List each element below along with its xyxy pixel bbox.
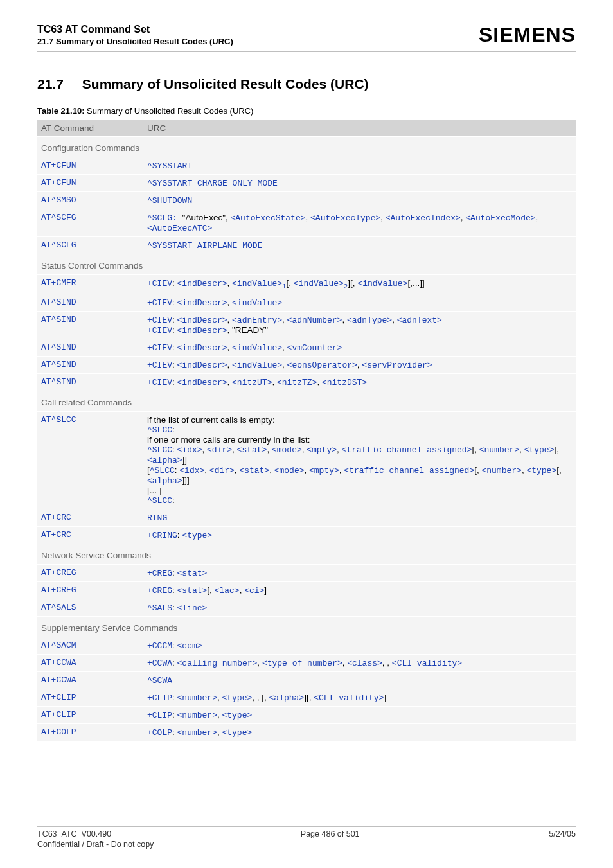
table-row: AT+CLIP+CLIP: <number>, <type> bbox=[37, 706, 576, 723]
group-row: Supplementary Service Commands bbox=[37, 616, 576, 637]
urc-cell: if the list of current calls is empty:^S… bbox=[143, 411, 576, 509]
at-command-cell: AT^SIND bbox=[37, 356, 143, 373]
brand-logo: SIEMENS bbox=[479, 23, 576, 47]
table-row: AT^SIND+CIEV: <indDescr>, <adnEntry>, <a… bbox=[37, 311, 576, 339]
table-row: AT+CCWA+CCWA: <calling number>, <type of… bbox=[37, 654, 576, 671]
urc-cell: ^SCWA bbox=[143, 671, 576, 689]
urc-cell: RING bbox=[143, 509, 576, 526]
table-row: AT+CMER+CIEV: <indDescr>, <indValue>1[, … bbox=[37, 275, 576, 294]
footer-center: Page 486 of 501 bbox=[301, 829, 360, 838]
group-row: Call related Commands bbox=[37, 391, 576, 411]
at-command-cell: AT^SIND bbox=[37, 339, 143, 356]
group-row: Configuration Commands bbox=[37, 137, 576, 157]
at-command-cell: AT+CCWA bbox=[37, 671, 143, 689]
urc-cell: +CCWA: <calling number>, <type of number… bbox=[143, 654, 576, 671]
table-row: AT+CLIP+CLIP: <number>, <type>, , [, <al… bbox=[37, 689, 576, 706]
table-row: AT+CREG+CREG: <stat>[, <lac>, <ci>] bbox=[37, 581, 576, 599]
urc-cell: +CLIP: <number>, <type> bbox=[143, 706, 576, 723]
group-row: Status Control Commands bbox=[37, 254, 576, 275]
section-number: 21.7 bbox=[37, 76, 78, 92]
table-row: AT^SCFG^SYSSTART AIRPLANE MODE bbox=[37, 237, 576, 254]
urc-cell: ^SYSSTART bbox=[143, 157, 576, 175]
urc-cell: ^SHUTDOWN bbox=[143, 192, 576, 209]
at-command-cell: AT+CRC bbox=[37, 526, 143, 544]
table-row: AT^SIND+CIEV: <indDescr>, <nitzUT>, <nit… bbox=[37, 373, 576, 391]
table-row: AT+COLP+COLP: <number>, <type> bbox=[37, 723, 576, 741]
page-header: TC63 AT Command Set 21.7 Summary of Unso… bbox=[37, 23, 576, 51]
header-rule bbox=[37, 51, 576, 52]
at-command-cell: AT^SMSO bbox=[37, 192, 143, 209]
footer-rule bbox=[37, 826, 576, 827]
footer-row: TC63_ATC_V00.490 Page 486 of 501 5/24/05 bbox=[37, 829, 576, 838]
urc-cell: ^SCFG: "AutoExec", <AutoExecState>, <Aut… bbox=[143, 209, 576, 237]
col-header-urc: URC bbox=[143, 120, 576, 137]
doc-subtitle: 21.7 Summary of Unsolicited Result Codes… bbox=[37, 37, 233, 46]
urc-cell: +CIEV: <indDescr>, <indValue>, <vmCounte… bbox=[143, 339, 576, 356]
urc-cell: ^SYSSTART CHARGE ONLY MODE bbox=[143, 175, 576, 192]
group-name: Configuration Commands bbox=[37, 137, 576, 157]
at-command-cell: AT^SLCC bbox=[37, 411, 143, 509]
at-command-cell: AT+CREG bbox=[37, 564, 143, 581]
table-row: AT^SLCCif the list of current calls is e… bbox=[37, 411, 576, 509]
urc-cell: +CIEV: <indDescr>, <adnEntry>, <adnNumbe… bbox=[143, 311, 576, 339]
urc-cell: +CREG: <stat>[, <lac>, <ci>] bbox=[143, 581, 576, 599]
at-command-cell: AT^SIND bbox=[37, 311, 143, 339]
urc-cell: +COLP: <number>, <type> bbox=[143, 723, 576, 741]
footer-confidential: Confidential / Draft - Do not copy bbox=[37, 840, 576, 849]
urc-cell: +CRING: <type> bbox=[143, 526, 576, 544]
urc-cell: +CIEV: <indDescr>, <indValue> bbox=[143, 294, 576, 311]
at-command-cell: AT+CFUN bbox=[37, 157, 143, 175]
table-row: AT+CFUN^SYSSTART bbox=[37, 157, 576, 175]
table-row: AT^SACM+CCCM: <ccm> bbox=[37, 637, 576, 654]
at-command-cell: AT+CFUN bbox=[37, 175, 143, 192]
at-command-cell: AT+CLIP bbox=[37, 689, 143, 706]
table-row: AT+CRC+CRING: <type> bbox=[37, 526, 576, 544]
urc-cell: ^SYSSTART AIRPLANE MODE bbox=[143, 237, 576, 254]
table-caption-rest: Summary of Unsolicited Result Codes (URC… bbox=[84, 106, 253, 116]
group-row: Network Service Commands bbox=[37, 544, 576, 564]
table-caption-bold: Table 21.10: bbox=[37, 106, 84, 116]
col-header-cmd: AT Command bbox=[37, 120, 143, 137]
at-command-cell: AT+CCWA bbox=[37, 654, 143, 671]
table-row: AT+CFUN^SYSSTART CHARGE ONLY MODE bbox=[37, 175, 576, 192]
at-command-cell: AT+CREG bbox=[37, 581, 143, 599]
at-command-cell: AT^SALS bbox=[37, 599, 143, 616]
header-left: TC63 AT Command Set 21.7 Summary of Unso… bbox=[37, 24, 233, 46]
at-command-cell: AT+CMER bbox=[37, 275, 143, 294]
table-row: AT^SMSO^SHUTDOWN bbox=[37, 192, 576, 209]
at-command-cell: AT^SIND bbox=[37, 373, 143, 391]
urc-cell: +CCCM: <ccm> bbox=[143, 637, 576, 654]
urc-cell: +CLIP: <number>, <type>, , [, <alpha>][,… bbox=[143, 689, 576, 706]
section-title: Summary of Unsolicited Result Codes (URC… bbox=[82, 76, 369, 91]
urc-cell: +CIEV: <indDescr>, <nitzUT>, <nitzTZ>, <… bbox=[143, 373, 576, 391]
table-row: AT^SCFG^SCFG: "AutoExec", <AutoExecState… bbox=[37, 209, 576, 237]
table-row: AT+CREG+CREG: <stat> bbox=[37, 564, 576, 581]
urc-cell: +CIEV: <indDescr>, <indValue>, <eonsOper… bbox=[143, 356, 576, 373]
group-name: Status Control Commands bbox=[37, 254, 576, 275]
table-caption: Table 21.10: Summary of Unsolicited Resu… bbox=[37, 106, 576, 116]
at-command-cell: AT^SIND bbox=[37, 294, 143, 311]
table-row: AT^SALS^SALS: <line> bbox=[37, 599, 576, 616]
urc-cell: +CREG: <stat> bbox=[143, 564, 576, 581]
urc-cell: ^SALS: <line> bbox=[143, 599, 576, 616]
footer-right: 5/24/05 bbox=[549, 829, 576, 838]
group-name: Call related Commands bbox=[37, 391, 576, 411]
table-row: AT^SIND+CIEV: <indDescr>, <indValue>, <v… bbox=[37, 339, 576, 356]
table-header-row: AT Command URC bbox=[37, 120, 576, 137]
table-row: AT+CCWA^SCWA bbox=[37, 671, 576, 689]
at-command-cell: AT+CLIP bbox=[37, 706, 143, 723]
section-heading: 21.7 Summary of Unsolicited Result Codes… bbox=[37, 76, 576, 92]
table-row: AT+CRCRING bbox=[37, 509, 576, 526]
urc-cell: +CIEV: <indDescr>, <indValue>1[, <indVal… bbox=[143, 275, 576, 294]
group-name: Network Service Commands bbox=[37, 544, 576, 564]
at-command-cell: AT+CRC bbox=[37, 509, 143, 526]
urc-table: AT Command URC Configuration CommandsAT+… bbox=[37, 120, 576, 741]
at-command-cell: AT^SCFG bbox=[37, 237, 143, 254]
table-row: AT^SIND+CIEV: <indDescr>, <indValue>, <e… bbox=[37, 356, 576, 373]
footer: TC63_ATC_V00.490 Page 486 of 501 5/24/05… bbox=[37, 812, 576, 849]
at-command-cell: AT^SACM bbox=[37, 637, 143, 654]
at-command-cell: AT^SCFG bbox=[37, 209, 143, 237]
footer-left: TC63_ATC_V00.490 bbox=[37, 829, 111, 838]
group-name: Supplementary Service Commands bbox=[37, 616, 576, 637]
table-row: AT^SIND+CIEV: <indDescr>, <indValue> bbox=[37, 294, 576, 311]
